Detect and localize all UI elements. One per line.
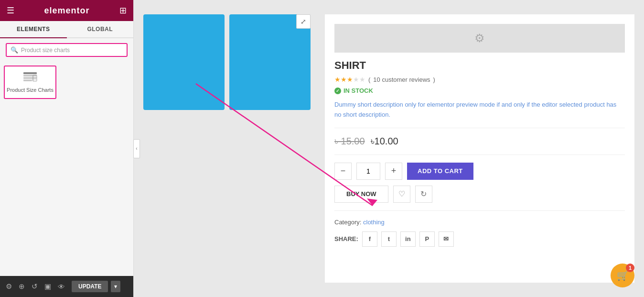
widget-product-size-charts[interactable]: Product Size Charts	[4, 66, 56, 99]
layers-icon[interactable]: ⊕	[17, 280, 27, 293]
settings-icon[interactable]: ⚙	[4, 280, 14, 293]
sidebar-header: ☰ elementor ⊞	[0, 0, 133, 21]
search-wrapper: 🔍	[0, 38, 133, 62]
product-description: Dummy short description only for element…	[334, 100, 625, 128]
tab-elements[interactable]: ELEMENTS	[0, 21, 67, 38]
category-link[interactable]: clothing	[363, 219, 385, 226]
add-to-cart-button[interactable]: ADD TO CART	[407, 163, 473, 180]
quantity-decrease-button[interactable]: −	[334, 163, 352, 180]
category-label: Category:	[334, 219, 361, 226]
elementor-logo: elementor	[44, 6, 89, 16]
share-row: SHARE: f t in P ✉	[334, 231, 625, 247]
quantity-input[interactable]	[356, 163, 380, 180]
product-title: SHIRT	[334, 59, 625, 72]
buy-now-button[interactable]: BUY NOW	[334, 186, 388, 203]
collapse-handle[interactable]: ‹	[133, 139, 140, 158]
sidebar-tabs: ELEMENTS GLOBAL	[0, 21, 133, 38]
rating-count-text: 10 customer reviews	[373, 76, 430, 83]
cart-badge-count: 1	[626, 264, 634, 272]
cart-icon: 🛒	[617, 270, 629, 281]
price-original: ৳ 15.00	[334, 136, 365, 147]
search-box: 🔍	[6, 43, 128, 57]
category-row: Category: clothing	[334, 219, 625, 226]
stock-label: IN STOCK	[343, 87, 373, 94]
widget-label: Product Size Charts	[7, 87, 54, 93]
svg-rect-2	[23, 77, 37, 79]
share-linkedin-button[interactable]: in	[400, 231, 416, 247]
search-input[interactable]	[21, 47, 123, 54]
main-content: ⤢ ⚙ SHIRT ★★★★★ (	[134, 0, 644, 297]
stock-dot	[334, 88, 341, 94]
share-email-button[interactable]: ✉	[439, 231, 454, 247]
update-button[interactable]: UPDATE	[72, 281, 108, 292]
shirt-image-1	[143, 14, 225, 110]
product-rating: ★★★★★ ( 10 customer reviews )	[334, 76, 625, 83]
stock-status: IN STOCK	[334, 87, 625, 94]
grid-icon[interactable]: ⊞	[119, 5, 127, 16]
share-facebook-button[interactable]: f	[362, 231, 377, 247]
product-page: ⤢ ⚙ SHIRT ★★★★★ (	[134, 0, 644, 297]
expand-button[interactable]: ⤢	[296, 14, 311, 29]
search-icon: 🔍	[11, 46, 18, 54]
product-details: ⚙ SHIRT ★★★★★ ( 10 customer reviews ) IN…	[325, 14, 634, 283]
rating-close-paren: )	[433, 76, 435, 83]
cart-badge-wrapper: 🛒 1	[611, 264, 634, 287]
quantity-increase-button[interactable]: +	[385, 163, 402, 180]
stars: ★★★★★	[334, 76, 365, 83]
price-row: ৳ 15.00 ৳10.00	[334, 136, 625, 155]
placeholder-icon: ⚙	[474, 32, 485, 45]
cart-button[interactable]: 🛒 1	[611, 264, 634, 287]
image-placeholder: ⚙	[334, 24, 625, 53]
widget-grid: Product Size Charts	[0, 62, 133, 103]
compare-button[interactable]: ↻	[415, 186, 432, 203]
rating-count: (	[368, 76, 370, 83]
preview-icon[interactable]: 👁	[56, 281, 67, 293]
wishlist-button[interactable]: ♡	[393, 186, 410, 203]
history-icon[interactable]: ↺	[30, 280, 40, 293]
shirt-image-2	[229, 14, 311, 110]
price-sale: ৳10.00	[371, 136, 398, 147]
sidebar-bottom: ⚙ ⊕ ↺ ▣ 👁 UPDATE ▾	[0, 276, 133, 297]
table-icon	[23, 72, 37, 85]
hamburger-icon[interactable]: ☰	[7, 5, 14, 16]
share-label: SHARE:	[334, 235, 358, 242]
buy-now-row: BUY NOW ♡ ↻	[334, 186, 625, 211]
svg-rect-3	[23, 80, 32, 81]
svg-rect-0	[23, 72, 37, 74]
product-images: ⤢	[143, 14, 311, 283]
responsive-icon[interactable]: ▣	[43, 280, 53, 293]
share-twitter-button[interactable]: t	[381, 231, 397, 247]
sidebar: ☰ elementor ⊞ ELEMENTS GLOBAL 🔍	[0, 0, 134, 297]
cart-row: − + ADD TO CART	[334, 163, 625, 180]
update-arrow-button[interactable]: ▾	[111, 281, 120, 292]
tab-global[interactable]: GLOBAL	[67, 21, 134, 37]
share-pinterest-button[interactable]: P	[419, 231, 435, 247]
